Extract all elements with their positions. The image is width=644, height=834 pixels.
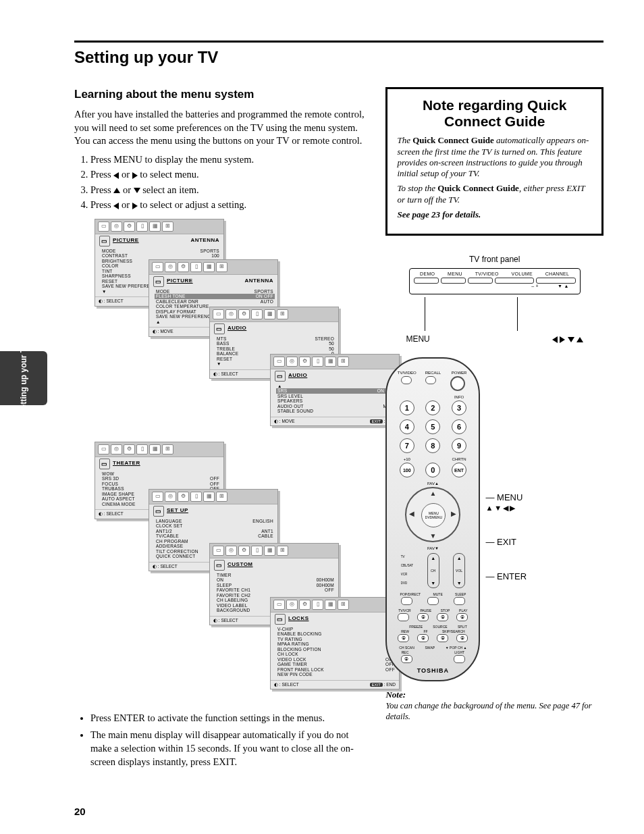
tvvideo-button[interactable] xyxy=(401,376,412,384)
menu-tab-icon: ⊞ xyxy=(277,546,288,556)
menu-category-icon: ▭ xyxy=(99,459,110,469)
menu-tab-icon: ⚙ xyxy=(238,546,250,556)
note-para-2: To stop the Quick Connect Guide, either … xyxy=(397,183,592,205)
ent-button[interactable]: ENT xyxy=(452,463,466,477)
num-100[interactable]: 100 xyxy=(400,463,414,477)
num-4[interactable]: 4 xyxy=(400,419,414,434)
channel-rocker[interactable] xyxy=(536,278,575,284)
stop-button[interactable]: ⦿ xyxy=(437,613,448,621)
menu-tab-icon: ⊞ xyxy=(338,357,349,367)
play-button[interactable]: ⦿ xyxy=(456,613,468,621)
menu-row: ON00h00m xyxy=(217,577,334,582)
menu-tab-icon: ▯ xyxy=(251,309,263,319)
menu-tab-icon: ◎ xyxy=(111,221,122,232)
rec-button[interactable]: ⦿ xyxy=(401,655,412,663)
menu-tab-icon: ⊞ xyxy=(216,262,227,272)
down-arrow-icon xyxy=(134,188,140,193)
note-para-1: The Quick Connect Guide automatically ap… xyxy=(397,135,592,179)
menu-tab-icon: ◎ xyxy=(286,357,298,367)
menu-title: SET UP xyxy=(167,507,188,515)
step-2: Press or to select menu. xyxy=(90,168,369,182)
ff-button[interactable]: ⦿ xyxy=(417,634,429,642)
menu-label: MENU xyxy=(406,334,429,344)
notes-list: Press ENTER to activate the function set… xyxy=(90,712,369,768)
steps-list: Press MENU to display the menu system. P… xyxy=(90,153,369,212)
menu-button[interactable] xyxy=(441,278,466,284)
menu-row: TREBLE50 xyxy=(217,346,334,351)
num-1[interactable]: 1 xyxy=(400,400,414,415)
menu-tab-icon: ▦ xyxy=(264,309,275,319)
menu-tab-icon: ▦ xyxy=(325,357,336,367)
menu-tab-icon: ▦ xyxy=(203,262,215,272)
menu-row: CH LOCK xyxy=(277,652,395,656)
sleep-button[interactable] xyxy=(454,597,465,605)
menu-category-icon: ▭ xyxy=(275,614,286,625)
osd-menu-audio: ▭◎⚙▯▦⊞▭AUDIO▲SRSON OFFSRS LEVEL70SPEAKER… xyxy=(270,354,400,427)
recall-button[interactable] xyxy=(425,376,436,384)
menu-row: MPAA RATING▶ xyxy=(277,642,395,646)
popdirect-button[interactable] xyxy=(401,597,412,605)
menu-tab-icon: ⊞ xyxy=(338,600,349,610)
num-2[interactable]: 2 xyxy=(425,400,440,415)
skip-fwd-button[interactable]: ⦿ xyxy=(456,634,468,642)
menu-row: MODESPORTS xyxy=(102,249,219,253)
menu-tab-icon: ▯ xyxy=(136,221,148,232)
menu-tab-icon: ▯ xyxy=(190,262,202,272)
num-3[interactable]: 3 xyxy=(452,400,466,415)
mute-button[interactable] xyxy=(427,597,439,605)
menu-tab-icon: ⊞ xyxy=(162,221,173,232)
menu-category-icon: ▭ xyxy=(214,323,225,334)
menu-tab-icon: ◎ xyxy=(286,600,298,610)
skip-back-button[interactable]: ⦿ xyxy=(437,634,448,642)
menu-category-icon: ▭ xyxy=(275,371,286,382)
menu-tab-icon: ▯ xyxy=(136,444,148,454)
menu-row: CABLECLEAR DNRAUTO xyxy=(156,299,273,304)
page-number: 20 xyxy=(74,806,86,817)
vol-rocker[interactable]: ▲VOL▼ xyxy=(453,553,465,588)
volume-rocker[interactable] xyxy=(495,278,534,284)
right-arrow-icon xyxy=(132,203,138,209)
num-8[interactable]: 8 xyxy=(425,438,440,453)
note-heading: Note regarding Quick Connect Guide xyxy=(397,97,592,130)
power-button[interactable] xyxy=(450,376,465,391)
menu-row: MTSSTEREO xyxy=(217,336,334,341)
num-0[interactable]: 0 xyxy=(425,463,440,477)
menu-tab-icon: ⚙ xyxy=(178,492,189,502)
menu-tab-icon: ▦ xyxy=(325,600,336,610)
menu-row: GAME TIMEROFF xyxy=(277,662,395,667)
pause-button[interactable]: ⦿ xyxy=(417,613,429,621)
menu-tab-icon: ▭ xyxy=(98,221,109,232)
menu-title: THEATER xyxy=(113,460,140,467)
demo-button[interactable] xyxy=(414,278,439,284)
menu-tab-icon: ▭ xyxy=(98,444,109,454)
menu-tab-icon: ⚙ xyxy=(299,357,311,367)
note-enter: Press ENTER to activate the function set… xyxy=(90,712,369,725)
num-6[interactable]: 6 xyxy=(452,419,466,434)
menu-title: AUDIO xyxy=(227,325,246,332)
menu-row: FAVORITE CH1OFF xyxy=(217,588,334,592)
num-5[interactable]: 5 xyxy=(425,419,440,434)
num-7[interactable]: 7 xyxy=(400,438,414,453)
menu-row: AUDIO OUTMAIN xyxy=(277,404,395,409)
menu-title: PICTURE xyxy=(113,237,139,244)
menu-tab-icon: ▦ xyxy=(203,492,215,502)
tvvcr-button[interactable] xyxy=(398,613,409,621)
menu-row: ENABLE BLOCKINGOFF xyxy=(277,631,395,636)
menu-tab-icon: ◎ xyxy=(225,546,237,556)
num-9[interactable]: 9 xyxy=(452,438,466,453)
rew-button[interactable]: ⦿ xyxy=(398,634,409,642)
menu-row: TIMER xyxy=(217,573,334,577)
menu-tab-icon: ▭ xyxy=(152,262,163,272)
ch-rocker[interactable]: ▲CH▼ xyxy=(427,553,439,588)
menu-row: ▲ xyxy=(277,384,395,388)
menu-category-icon: ▭ xyxy=(153,276,164,287)
nav-ring[interactable]: ▲▼▶◀ MENUDVDMENU xyxy=(405,487,460,542)
up-arrow-icon xyxy=(113,188,120,193)
menu-row: TV RATING▶ xyxy=(277,637,395,642)
arrows-label xyxy=(552,334,583,344)
light-button[interactable] xyxy=(454,655,465,663)
tvvideo-button[interactable] xyxy=(468,278,493,284)
menu-tab-icon: ⚙ xyxy=(124,444,135,454)
step-3: Press or select an item. xyxy=(90,184,369,197)
menu-row: WOW xyxy=(102,471,219,476)
